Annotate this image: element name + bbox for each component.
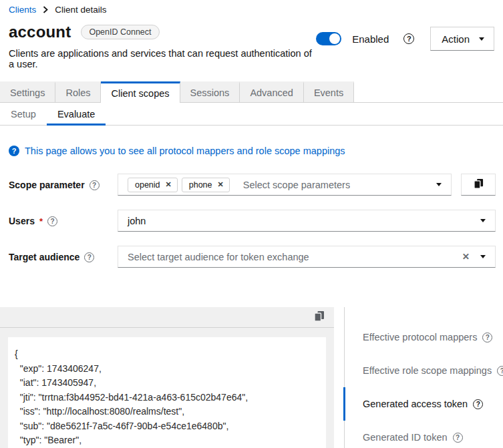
sub-tabs: Setup Evaluate bbox=[0, 103, 503, 126]
target-audience-row: Target audience ? Select target audience… bbox=[9, 246, 496, 268]
target-audience-label: Target audience bbox=[9, 252, 79, 262]
toggle-knob bbox=[329, 33, 340, 44]
evaluate-form: Scope parameter ? openid ✕ phone ✕ bbox=[0, 156, 503, 268]
code-line: "iat": 1743405947, bbox=[15, 376, 326, 391]
client-details-page: Clients Client details account OpenID Co… bbox=[0, 0, 503, 448]
tab-client-scopes[interactable]: Client scopes bbox=[101, 81, 180, 103]
tab-effective-role-scope-mappings[interactable]: Effective role scope mappings ? bbox=[343, 354, 503, 387]
copy-icon bbox=[474, 178, 484, 191]
code-line: "typ": "Bearer", bbox=[15, 433, 326, 448]
tab-settings[interactable]: Settings bbox=[0, 81, 55, 102]
copy-scope-button[interactable] bbox=[461, 174, 496, 196]
target-audience-help-icon[interactable]: ? bbox=[84, 252, 94, 262]
token-viewer-toolbar bbox=[0, 307, 334, 328]
breadcrumb-separator-icon bbox=[43, 6, 48, 13]
target-audience-placeholder: Select target audience for token exchang… bbox=[128, 252, 309, 262]
client-description: Clients are applications and services th… bbox=[9, 48, 316, 69]
scope-parameter-label: Scope parameter bbox=[9, 180, 85, 190]
scope-parameter-help-icon[interactable]: ? bbox=[90, 180, 100, 190]
tab-label: Generated ID token bbox=[363, 432, 448, 443]
breadcrumb: Clients Client details bbox=[0, 0, 503, 15]
clear-icon[interactable]: ✕ bbox=[462, 252, 470, 262]
code-line: "sub": "d8e5621f-7a5c-46f7-90b4-e54ce1e6… bbox=[15, 419, 326, 434]
users-select[interactable]: john bbox=[118, 210, 496, 232]
info-alert-text: This page allows you to see all protocol… bbox=[25, 146, 345, 156]
token-viewer: { "exp": 1743406247, "iat": 1743405947, … bbox=[0, 307, 334, 448]
tab-events[interactable]: Events bbox=[304, 81, 354, 102]
action-dropdown-label: Action bbox=[442, 33, 470, 45]
tab-effective-protocol-mappers[interactable]: Effective protocol mappers ? bbox=[343, 320, 503, 354]
token-json: { "exp": 1743406247, "iat": 1743405947, … bbox=[8, 337, 326, 448]
help-icon[interactable]: ? bbox=[497, 366, 503, 376]
protocol-badge: OpenID Connect bbox=[81, 25, 159, 39]
info-alert: ? This page allows you to see all protoc… bbox=[0, 126, 503, 156]
chevron-down-icon bbox=[479, 37, 484, 41]
users-value: john bbox=[128, 216, 146, 226]
chevron-down-icon bbox=[480, 219, 486, 222]
help-icon[interactable]: ? bbox=[453, 433, 463, 443]
chip-remove-icon[interactable]: ✕ bbox=[166, 181, 172, 188]
required-asterisk: * bbox=[39, 216, 43, 226]
chip-label: openid bbox=[135, 180, 160, 190]
code-line: "exp": 1743406247, bbox=[15, 362, 326, 377]
users-help-icon[interactable]: ? bbox=[47, 216, 57, 226]
help-icon[interactable]: ? bbox=[482, 332, 492, 343]
scope-parameter-placeholder: Select scope parameters bbox=[243, 180, 350, 190]
page-title: account bbox=[9, 23, 71, 41]
help-icon[interactable]: ? bbox=[473, 399, 483, 409]
chevron-down-icon bbox=[480, 255, 486, 258]
chip-remove-icon[interactable]: ✕ bbox=[218, 181, 224, 188]
chip-label: phone bbox=[189, 180, 212, 190]
scope-chip-openid: openid ✕ bbox=[128, 178, 178, 192]
action-dropdown[interactable]: Action bbox=[430, 27, 494, 51]
tab-generated-id-token[interactable]: Generated ID token ? bbox=[343, 421, 503, 448]
users-row: Users * ? john bbox=[9, 210, 496, 232]
chevron-down-icon bbox=[436, 183, 442, 186]
code-line: { bbox=[15, 347, 326, 362]
tab-roles[interactable]: Roles bbox=[55, 81, 101, 102]
breadcrumb-current: Client details bbox=[55, 5, 106, 15]
tab-sessions[interactable]: Sessions bbox=[180, 81, 240, 102]
enabled-toggle[interactable] bbox=[316, 32, 341, 45]
result-section: { "exp": 1743406247, "iat": 1743405947, … bbox=[0, 307, 503, 448]
scope-parameter-input[interactable]: openid ✕ phone ✕ Select scope parameters bbox=[118, 174, 452, 196]
tab-label: Effective protocol mappers bbox=[363, 332, 477, 343]
tab-evaluate[interactable]: Evaluate bbox=[47, 103, 106, 126]
tab-label: Generated access token bbox=[363, 399, 468, 409]
page-header: account OpenID Connect Clients are appli… bbox=[0, 15, 503, 69]
token-editor[interactable]: { "exp": 1743406247, "iat": 1743405947, … bbox=[0, 328, 334, 448]
scope-chip-phone: phone ✕ bbox=[182, 178, 230, 192]
breadcrumb-link-clients[interactable]: Clients bbox=[9, 5, 36, 15]
tab-setup[interactable]: Setup bbox=[0, 103, 47, 126]
code-line: "iss": "http://localhost:8080/realms/tes… bbox=[15, 405, 326, 419]
copy-token-button[interactable] bbox=[313, 309, 326, 325]
enabled-label: Enabled bbox=[352, 33, 389, 45]
users-label: Users bbox=[9, 216, 35, 226]
tab-label: Effective role scope mappings bbox=[363, 365, 492, 376]
target-audience-input[interactable]: Select target audience for token exchang… bbox=[118, 246, 496, 268]
code-line: "jti": "trrtna:f3b44952-bd41-421a-a463-6… bbox=[15, 391, 326, 405]
tab-advanced[interactable]: Advanced bbox=[240, 81, 304, 102]
main-tabs: Settings Roles Client scopes Sessions Ad… bbox=[0, 81, 503, 103]
copy-icon bbox=[314, 310, 325, 324]
help-icon: ? bbox=[9, 146, 19, 156]
enabled-help-icon[interactable]: ? bbox=[403, 33, 414, 44]
scope-parameter-row: Scope parameter ? openid ✕ phone ✕ bbox=[9, 174, 496, 196]
tab-generated-access-token[interactable]: Generated access token ? bbox=[343, 387, 503, 421]
result-tabs: Effective protocol mappers ? Effective r… bbox=[344, 307, 503, 448]
